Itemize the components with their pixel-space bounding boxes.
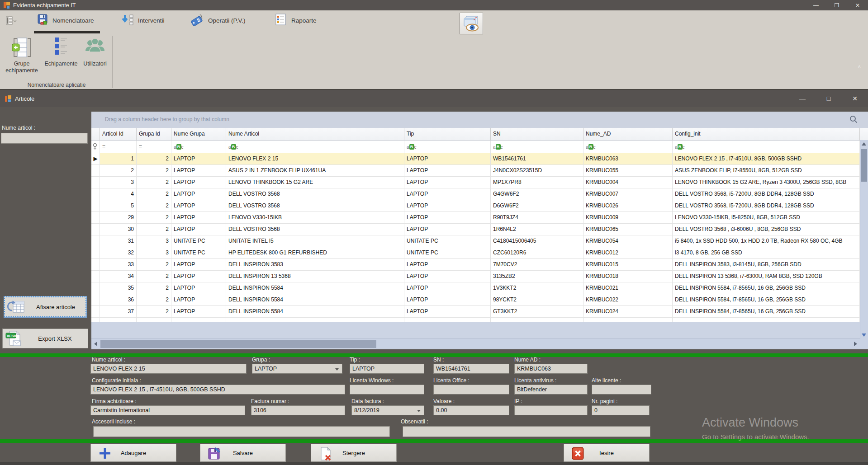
column-header[interactable]: Tip bbox=[404, 128, 491, 140]
grid-cell[interactable]: LAPTOP bbox=[404, 165, 491, 177]
filter-equals-icon[interactable]: = bbox=[100, 141, 137, 153]
grid-cell[interactable]: GT3KKT2 bbox=[491, 306, 583, 318]
table-row[interactable]: 323UNITATE PCHP ELITEDESK 800 G1 REFURBI… bbox=[91, 247, 868, 259]
grid-cell[interactable]: 7M70CV2 bbox=[491, 259, 583, 271]
grid-cell[interactable]: LAPTOP bbox=[171, 212, 226, 224]
grid-cell[interactable]: LAPTOP bbox=[404, 212, 491, 224]
grid-cell[interactable]: LAPTOP bbox=[171, 153, 226, 165]
grid-cell[interactable]: 2 bbox=[137, 306, 171, 318]
grid-cell[interactable]: LENOVO FLEX 2 15 bbox=[226, 153, 404, 165]
restore-icon[interactable]: ❐ bbox=[826, 2, 847, 9]
grid-cell[interactable]: DELL INSPIRON 5584, i7-8565U, 16 GB, 256… bbox=[673, 282, 860, 294]
factura-numar-input[interactable]: 3106 bbox=[251, 405, 345, 415]
grid-cell[interactable]: DELL INSPIRON 5584 bbox=[226, 282, 404, 294]
grid-cell[interactable]: KRMBUC018 bbox=[583, 271, 673, 282]
grid-cell[interactable]: DELL INSPIRON 13 5368, i7-6300U, RAM 8GB… bbox=[673, 271, 860, 282]
licenta-office-input[interactable] bbox=[433, 385, 509, 395]
grid-cell[interactable]: 2 bbox=[100, 165, 137, 177]
grid-cell[interactable]: 5 bbox=[100, 200, 137, 212]
column-header[interactable]: Nume_AD bbox=[583, 128, 673, 140]
grid-cell[interactable]: CZC60120R6 bbox=[491, 247, 583, 259]
grid-cell[interactable]: LENOVO FLEX 2 15 , i7-4510U, 8GB, 500GB … bbox=[673, 153, 860, 165]
grid-cell[interactable]: LAPTOP bbox=[404, 188, 491, 200]
vertical-scroll-thumb[interactable] bbox=[861, 149, 867, 182]
grid-cell[interactable]: DELL INSPIRON 5584 bbox=[226, 306, 404, 318]
firma-input[interactable]: Carmistin International bbox=[90, 405, 245, 415]
grid-cell[interactable]: LAPTOP bbox=[171, 177, 226, 188]
scroll-left-icon[interactable] bbox=[94, 342, 97, 346]
search-icon[interactable] bbox=[849, 115, 858, 126]
nr-pagini-input[interactable]: 0 bbox=[592, 405, 650, 415]
grid-cell[interactable]: KRMBUC015 bbox=[583, 259, 673, 271]
scroll-up-icon[interactable] bbox=[862, 142, 866, 146]
grid-cell[interactable]: UNITATE PC bbox=[404, 247, 491, 259]
licenta-antivirus-input[interactable]: BitDefender bbox=[514, 385, 588, 395]
grid-cell[interactable]: ASUS ZENBOOK FLIP, I7-8550U, 8GB, 512GB … bbox=[673, 165, 860, 177]
afisare-articole-button[interactable]: Afisare articole bbox=[4, 296, 87, 318]
grid-cell[interactable]: LAPTOP bbox=[404, 224, 491, 235]
table-row[interactable]: 352LAPTOPDELL INSPIRON 5584LAPTOP1V3KKT2… bbox=[91, 282, 868, 294]
table-row[interactable]: 342LAPTOPDELL INSPIRON 13 5368LAPTOP3135… bbox=[91, 271, 868, 282]
minimize-icon[interactable]: — bbox=[789, 95, 816, 102]
column-header[interactable]: Grupa Id bbox=[137, 128, 171, 140]
alte-licente-input[interactable] bbox=[592, 385, 651, 395]
grid-cell[interactable]: UNITATE PC bbox=[171, 235, 226, 247]
table-row[interactable]: 42LAPTOPDELL VOSTRO 3568LAPTOPG4GW6F2KRM… bbox=[91, 188, 868, 200]
nume-articol-input[interactable]: LENOVO FLEX 2 15 bbox=[90, 364, 247, 374]
grid-cell[interactable]: KRMBUC004 bbox=[583, 177, 673, 188]
grid-cell[interactable]: LAPTOP bbox=[171, 282, 226, 294]
group-by-panel[interactable]: Drag a column header here to group by th… bbox=[91, 112, 868, 128]
abc-filter-icon[interactable]: aBc bbox=[583, 141, 673, 153]
grid-cell[interactable]: KRMBUC012 bbox=[583, 247, 673, 259]
table-row[interactable]: 52LAPTOPDELL VOSTRO 3568LAPTOPD6GW6F2KRM… bbox=[91, 200, 868, 212]
grid-cell[interactable]: DELL VOSTRO 3568, i5-7200U, 8GB DDR4, 12… bbox=[673, 200, 860, 212]
valoare-input[interactable]: 0.00 bbox=[433, 405, 509, 415]
grid-cell[interactable]: KRMBUC022 bbox=[583, 294, 673, 306]
grid-cell[interactable]: 3 bbox=[100, 177, 137, 188]
grid-cell[interactable]: LAPTOP bbox=[171, 165, 226, 177]
iesire-button[interactable]: Iesire bbox=[564, 444, 650, 462]
grid-cell[interactable]: KRMBUC063 bbox=[583, 153, 673, 165]
grid-cell[interactable]: LAPTOP bbox=[404, 259, 491, 271]
grid-cell[interactable]: LAPTOP bbox=[404, 271, 491, 282]
ribbon-button-grupe-echipamente[interactable]: Grupe echipamente bbox=[3, 36, 41, 74]
abc-filter-icon[interactable]: aBc bbox=[226, 141, 404, 153]
table-row[interactable]: 362LAPTOPDELL INSPIRON 5584LAPTOP98YCKT2… bbox=[91, 294, 868, 306]
grid-cell[interactable]: DELL VOSTRO 3568 bbox=[226, 224, 404, 235]
grid-cell[interactable]: 2 bbox=[137, 212, 171, 224]
grid-cell[interactable]: HP ELITEDESK 800 G1 REFURBISHED bbox=[226, 247, 404, 259]
ribbon-button-utilizatori[interactable]: Utilizatori bbox=[81, 36, 109, 67]
licenta-windows-input[interactable] bbox=[350, 385, 424, 395]
export-xlsx-button[interactable]: XLSX Export XLSX bbox=[2, 329, 88, 348]
vertical-scrollbar[interactable] bbox=[860, 140, 868, 339]
grid-cell[interactable]: R90T9JZ4 bbox=[491, 212, 583, 224]
grid-cell[interactable]: LAPTOP bbox=[404, 177, 491, 188]
grid-cell[interactable]: i5 8400, 1x SSD HDD 500, 1x HDD 2.0 TB, … bbox=[673, 235, 860, 247]
grid-cell[interactable]: DELL INSPIRON 13 5368 bbox=[226, 271, 404, 282]
grid-cell[interactable]: KRMBUC021 bbox=[583, 282, 673, 294]
grid-cell[interactable]: DELL INSPIRON 5584, i7-8565U, 16 GB, 256… bbox=[673, 306, 860, 318]
grid-cell[interactable]: KRMBUC026 bbox=[583, 200, 673, 212]
grid-cell[interactable]: DELL INSPIRON 3583 bbox=[226, 259, 404, 271]
grid-cell[interactable]: WB15461761 bbox=[491, 153, 583, 165]
grid-cell[interactable]: G4GW6F2 bbox=[491, 188, 583, 200]
grid-cell[interactable]: LAPTOP bbox=[171, 271, 226, 282]
grid-cell[interactable]: 2 bbox=[137, 282, 171, 294]
grid-cell[interactable]: 2 bbox=[137, 294, 171, 306]
column-header[interactable]: Nume Grupa bbox=[171, 128, 226, 140]
close-icon[interactable]: ✕ bbox=[842, 95, 868, 102]
column-header[interactable]: Config_init bbox=[673, 128, 860, 140]
configuratie-input[interactable]: LENOVO FLEX 2 15 , i7-4510U, 8GB, 500GB … bbox=[90, 385, 345, 395]
grid-cell[interactable]: LENOVO THINKBOOK 15 G2 ARE bbox=[226, 177, 404, 188]
grid-cell[interactable]: 33 bbox=[100, 259, 137, 271]
grid-cell[interactable]: LENOVO V330-15IKB bbox=[226, 212, 404, 224]
horizontal-scroll-thumb[interactable] bbox=[100, 340, 376, 348]
salvare-button[interactable]: Salvare bbox=[200, 444, 286, 462]
grid-cell[interactable]: LAPTOP bbox=[404, 306, 491, 318]
grid-cell[interactable]: KRMBUC065 bbox=[583, 224, 673, 235]
grid-cell[interactable]: 2 bbox=[137, 224, 171, 235]
grid-cell[interactable]: LAPTOP bbox=[404, 294, 491, 306]
grid-cell[interactable]: LAPTOP bbox=[404, 282, 491, 294]
grid-cell[interactable]: DELL VOSTRO 3568 bbox=[226, 188, 404, 200]
stergere-button[interactable]: Stergere bbox=[311, 444, 397, 462]
